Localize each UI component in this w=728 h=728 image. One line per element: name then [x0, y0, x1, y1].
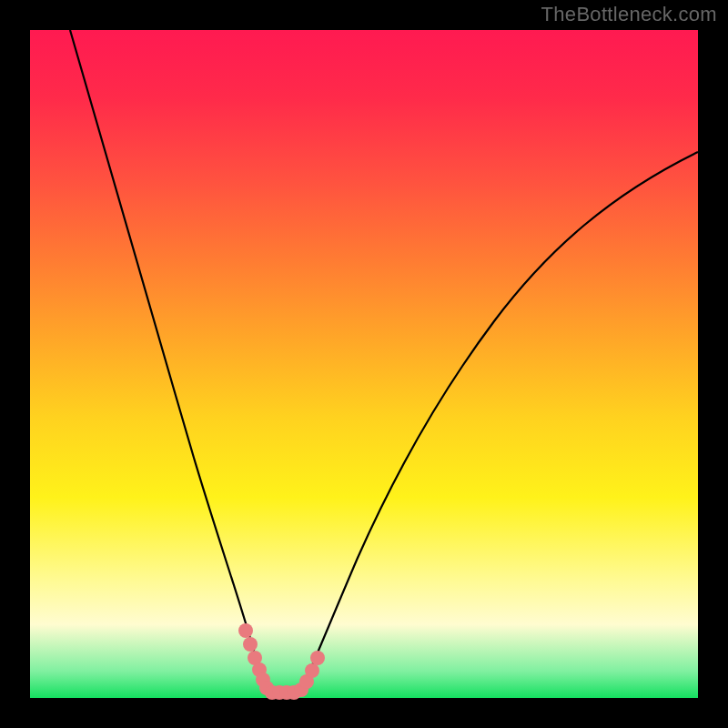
curve-layer: [30, 30, 698, 698]
svg-point-13: [310, 651, 325, 665]
svg-point-12: [305, 663, 319, 678]
chart-frame: TheBottleneck.com: [0, 0, 728, 728]
svg-point-0: [238, 623, 253, 638]
left-curve: [70, 30, 268, 694]
plot-area: [30, 30, 698, 698]
svg-point-1: [243, 637, 258, 652]
watermark-text: TheBottleneck.com: [541, 3, 717, 26]
right-curve: [299, 152, 698, 694]
min-highlight-beads: [238, 623, 325, 700]
